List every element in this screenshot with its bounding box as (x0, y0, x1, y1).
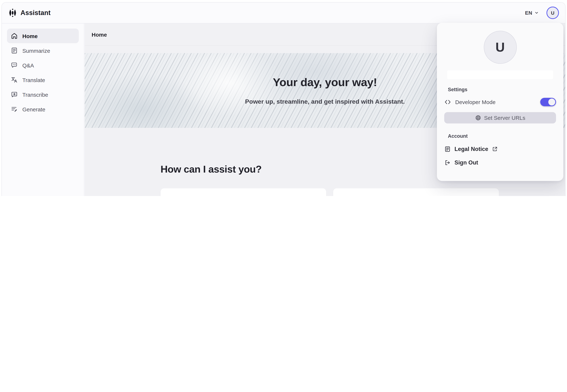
sidebar-item-label: Generate (22, 106, 45, 112)
sidebar-item-label: Q&A (22, 62, 34, 68)
user-menu-avatar: U (484, 31, 517, 64)
settings-heading: Settings (448, 87, 552, 92)
sidebar-item-label: Transcribe (22, 91, 48, 98)
app-title: Assistant (21, 9, 51, 17)
code-icon (444, 98, 451, 106)
sign-out-link[interactable]: Sign Out (444, 159, 556, 166)
feature-cards: Summarize Generate concise summaries of … (160, 188, 565, 196)
user-menu: U Settings Developer Mode Set Server URL… (437, 23, 563, 181)
avatar-initial: U (496, 40, 505, 55)
card-qa[interactable]: Q&A Ask questions to find specific info … (333, 188, 499, 196)
developer-mode-toggle[interactable] (540, 98, 556, 106)
summarize-icon (11, 47, 18, 54)
external-link-icon (492, 146, 498, 152)
hero-subtitle: Power up, streamline, and get inspired w… (245, 98, 405, 105)
screen: Assistant EN U Home Summarize (0, 0, 567, 196)
language-selector[interactable]: EN (525, 10, 539, 16)
user-avatar-button[interactable]: U (546, 7, 559, 19)
app-window: Assistant EN U Home Summarize (1, 2, 566, 196)
translate-icon (11, 76, 18, 84)
sidebar-item-qa[interactable]: Q&A (7, 58, 79, 72)
transcribe-icon (11, 91, 18, 98)
avatar-initial: U (551, 10, 554, 15)
breadcrumb: Home (92, 31, 107, 38)
sidebar-item-translate[interactable]: Translate (7, 72, 79, 87)
toggle-knob (548, 98, 555, 106)
sign-out-icon (444, 159, 451, 166)
legal-notice-label: Legal Notice (454, 146, 488, 153)
language-value: EN (525, 10, 532, 16)
developer-mode-label: Developer Mode (455, 99, 496, 105)
sidebar-item-label: Translate (22, 77, 45, 83)
user-display-name (447, 70, 553, 79)
sidebar-item-generate[interactable]: Generate (7, 102, 79, 116)
top-bar: Assistant EN U (2, 2, 565, 23)
legal-notice-link[interactable]: Legal Notice (444, 146, 556, 153)
account-heading: Account (448, 133, 552, 139)
developer-mode-row: Developer Mode (444, 98, 556, 106)
generate-icon (11, 106, 18, 113)
sidebar-item-label: Home (22, 33, 38, 39)
globe-icon (475, 115, 481, 121)
sidebar-item-summarize[interactable]: Summarize (7, 43, 79, 58)
sign-out-label: Sign Out (454, 159, 478, 166)
qa-icon (11, 62, 18, 69)
sidebar-item-home[interactable]: Home (7, 28, 79, 43)
app-logo: Assistant (8, 8, 51, 18)
header-actions: EN U (525, 7, 559, 19)
sidebar-item-label: Summarize (22, 47, 50, 54)
card-summarize[interactable]: Summarize Generate concise summaries of … (160, 188, 326, 196)
hero-title: Your day, your way! (273, 76, 377, 89)
home-icon (11, 32, 18, 40)
set-server-urls-label: Set Server URLs (484, 115, 525, 121)
document-icon (444, 146, 451, 153)
chevron-down-icon (534, 11, 539, 15)
sidebar-item-transcribe[interactable]: Transcribe (7, 87, 79, 102)
assistant-logo-icon (8, 8, 17, 18)
sidebar: Home Summarize Q&A Translate Transcribe … (2, 23, 84, 196)
set-server-urls-button[interactable]: Set Server URLs (444, 112, 556, 124)
